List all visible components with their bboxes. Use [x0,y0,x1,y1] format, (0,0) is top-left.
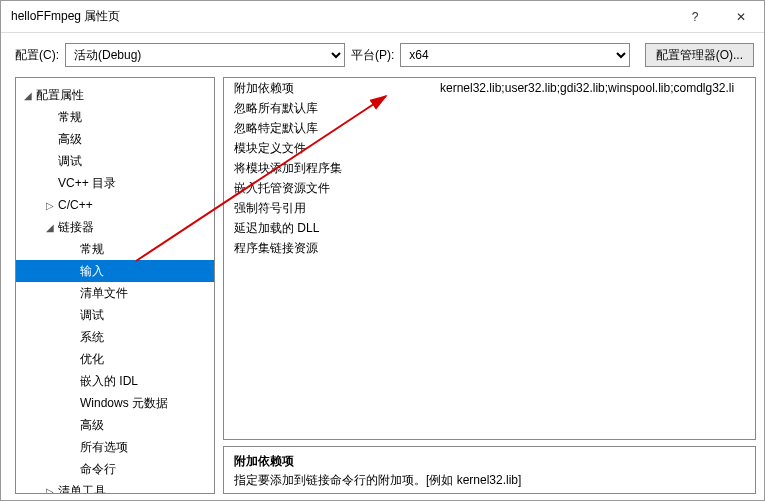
tree-item[interactable]: 嵌入的 IDL [16,370,214,392]
right-pane: 附加依赖项kernel32.lib;user32.lib;gdi32.lib;w… [223,77,756,494]
property-row[interactable]: 附加依赖项kernel32.lib;user32.lib;gdi32.lib;w… [224,78,755,98]
tree-item[interactable]: 高级 [16,128,214,150]
property-name: 延迟加载的 DLL [224,220,434,237]
property-row[interactable]: 强制符号引用 [224,198,755,218]
tree-item-label: 优化 [80,351,104,368]
tree-item-label: 清单文件 [80,285,128,302]
property-row[interactable]: 忽略特定默认库 [224,118,755,138]
property-name: 忽略特定默认库 [224,120,434,137]
tree-item[interactable]: ◢链接器 [16,216,214,238]
property-name: 强制符号引用 [224,200,434,217]
tree-item-label: 高级 [80,417,104,434]
tree-item[interactable]: 调试 [16,304,214,326]
tree-item[interactable]: VC++ 目录 [16,172,214,194]
tree-item-label: Windows 元数据 [80,395,168,412]
expand-open-icon[interactable]: ◢ [24,90,36,101]
property-row[interactable]: 延迟加载的 DLL [224,218,755,238]
titlebar: helloFFmpeg 属性页 ? ✕ [1,1,764,33]
tree-item[interactable]: Windows 元数据 [16,392,214,414]
config-row: 配置(C): 活动(Debug) 平台(P): x64 配置管理器(O)... [1,33,764,77]
tree-item-label: 系统 [80,329,104,346]
tree-item[interactable]: ◢配置属性 [16,84,214,106]
tree-item-label: 常规 [58,109,82,126]
tree-item[interactable]: ▷清单工具 [16,480,214,494]
tree-item-label: 所有选项 [80,439,128,456]
tree-item-label: VC++ 目录 [58,175,116,192]
platform-select[interactable]: x64 [400,43,630,67]
platform-label: 平台(P): [351,47,394,64]
tree-item[interactable]: 清单文件 [16,282,214,304]
description-text: 指定要添加到链接命令行的附加项。[例如 kernel32.lib] [234,472,745,489]
description-title: 附加依赖项 [234,453,745,470]
tree-item-label: 常规 [80,241,104,258]
tree-item-label: 嵌入的 IDL [80,373,138,390]
property-row[interactable]: 忽略所有默认库 [224,98,755,118]
tree-item-label: 链接器 [58,219,94,236]
tree-item[interactable]: 所有选项 [16,436,214,458]
tree-item-label: 调试 [80,307,104,324]
window-title: helloFFmpeg 属性页 [11,8,672,25]
tree-item[interactable]: 输入 [16,260,214,282]
main-area: ◢配置属性常规高级调试VC++ 目录▷C/C++◢链接器常规输入清单文件调试系统… [1,77,764,501]
tree-item[interactable]: 调试 [16,150,214,172]
description-box: 附加依赖项 指定要添加到链接命令行的附加项。[例如 kernel32.lib] [223,446,756,494]
tree-item[interactable]: 常规 [16,106,214,128]
tree-item-label: 输入 [80,263,104,280]
tree-item[interactable]: 系统 [16,326,214,348]
config-manager-button[interactable]: 配置管理器(O)... [645,43,754,67]
tree-item-label: 配置属性 [36,87,84,104]
tree-item-label: 清单工具 [58,483,106,495]
property-value[interactable]: kernel32.lib;user32.lib;gdi32.lib;winspo… [434,81,755,95]
expand-closed-icon[interactable]: ▷ [46,486,58,495]
tree-item-label: 命令行 [80,461,116,478]
tree-item-label: 调试 [58,153,82,170]
property-grid[interactable]: 附加依赖项kernel32.lib;user32.lib;gdi32.lib;w… [223,77,756,440]
config-select[interactable]: 活动(Debug) [65,43,345,67]
tree-item[interactable]: 命令行 [16,458,214,480]
tree-item-label: 高级 [58,131,82,148]
tree-item[interactable]: 常规 [16,238,214,260]
config-label: 配置(C): [15,47,59,64]
close-button[interactable]: ✕ [718,1,764,33]
property-row[interactable]: 嵌入托管资源文件 [224,178,755,198]
property-row[interactable]: 将模块添加到程序集 [224,158,755,178]
tree-item[interactable]: 优化 [16,348,214,370]
property-name: 忽略所有默认库 [224,100,434,117]
property-row[interactable]: 程序集链接资源 [224,238,755,258]
nav-tree[interactable]: ◢配置属性常规高级调试VC++ 目录▷C/C++◢链接器常规输入清单文件调试系统… [15,77,215,494]
tree-item[interactable]: 高级 [16,414,214,436]
property-row[interactable]: 模块定义文件 [224,138,755,158]
property-name: 将模块添加到程序集 [224,160,434,177]
tree-item-label: C/C++ [58,198,93,212]
property-name: 程序集链接资源 [224,240,434,257]
expand-closed-icon[interactable]: ▷ [46,200,58,211]
property-name: 嵌入托管资源文件 [224,180,434,197]
property-name: 模块定义文件 [224,140,434,157]
tree-item[interactable]: ▷C/C++ [16,194,214,216]
help-button[interactable]: ? [672,1,718,33]
expand-open-icon[interactable]: ◢ [46,222,58,233]
property-name: 附加依赖项 [224,80,434,97]
